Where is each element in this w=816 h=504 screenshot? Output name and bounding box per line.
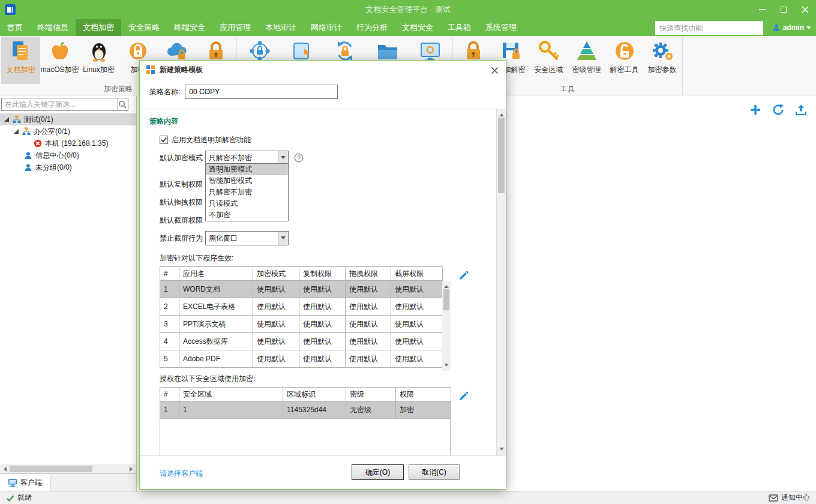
edit-security-zone-button[interactable] <box>458 389 469 400</box>
penguin-icon <box>86 38 112 64</box>
monitor-icon <box>8 478 17 487</box>
cell: 使用默认 <box>391 316 443 333</box>
tab-doc-encrypt[interactable]: 文档加密 <box>76 19 121 36</box>
table-scrollbar[interactable] <box>442 281 451 371</box>
dropdown-option[interactable]: 不加密 <box>206 209 288 221</box>
table-row[interactable]: 5Adobe PDF使用默认使用默认使用默认使用默认 <box>160 350 443 368</box>
tree-filter-input[interactable] <box>2 100 117 109</box>
ok-button[interactable]: 确定(O) <box>352 464 404 480</box>
tab-app-management[interactable]: 应用管理 <box>212 19 258 36</box>
tree-item-info-center[interactable]: 信息中心(0/0) <box>0 149 136 161</box>
tab-security-policy[interactable]: 安全策略 <box>121 19 167 36</box>
tree-item-localhost[interactable]: 本机 (192.168.1.35) <box>0 137 136 149</box>
dialog-scrollbar[interactable] <box>496 109 506 455</box>
users-icon <box>24 163 32 172</box>
cell: 1 <box>179 401 283 419</box>
tab-toolbox[interactable]: 工具箱 <box>440 19 478 36</box>
cell: 使用默认 <box>299 316 346 333</box>
maximize-button[interactable] <box>773 0 794 19</box>
scroll-up-arrow[interactable] <box>444 283 449 288</box>
tab-home[interactable]: 首页 <box>0 19 30 36</box>
tab-system-management[interactable]: 系统管理 <box>478 19 524 36</box>
cell: Access数据库 <box>179 333 253 350</box>
col-appname: 应用名 <box>179 267 253 281</box>
refresh-button[interactable] <box>772 103 785 116</box>
cell: 使用默认 <box>253 298 299 316</box>
select-client-link[interactable]: 请选择客户端 <box>160 469 203 479</box>
refresh-icon <box>772 103 785 116</box>
upload-button[interactable] <box>794 103 808 116</box>
table-row[interactable]: 2EXCEL电子表格使用默认使用默认使用默认使用默认 <box>160 298 443 316</box>
scroll-left-arrow[interactable] <box>0 464 9 473</box>
edit-app-rules-button[interactable] <box>458 269 469 280</box>
search-icon[interactable] <box>117 98 128 110</box>
dialog-title: 新建策略模板 <box>160 65 203 75</box>
scroll-down-arrow[interactable] <box>444 364 449 369</box>
horizontal-scrollbar[interactable] <box>0 464 136 473</box>
add-policy-button[interactable] <box>749 103 762 116</box>
cell: 1 <box>160 401 179 419</box>
scrollbar-thumb[interactable] <box>10 466 92 472</box>
forbid-screenshot-combo[interactable]: 黑化窗口 <box>205 231 289 245</box>
ribbon-encrypt-params[interactable]: 加密参数 <box>643 37 681 84</box>
user-menu[interactable]: admin <box>772 19 811 36</box>
combo-dropdown-button[interactable] <box>278 232 288 245</box>
check-icon <box>160 136 167 143</box>
quick-search-input[interactable] <box>655 21 763 35</box>
window-title: 文档安全管理平台 - 测试 <box>0 4 816 15</box>
dialog-close-button[interactable] <box>489 65 500 76</box>
tab-local-audit[interactable]: 本地审计 <box>258 19 304 36</box>
tree-filter <box>1 98 128 111</box>
dropdown-option[interactable]: 只解密不加密 <box>206 187 288 198</box>
minimize-button[interactable] <box>751 0 773 19</box>
ribbon-macos-encrypt[interactable]: macOS加密 <box>40 37 79 84</box>
expand-arrow-icon[interactable] <box>4 117 9 122</box>
tree-item-office[interactable]: 办公室(0/1) <box>0 125 136 137</box>
dialog-icon <box>146 65 155 74</box>
scroll-right-arrow[interactable] <box>127 464 136 473</box>
tree-item-ungrouped[interactable]: 未分组(0/0) <box>0 161 136 173</box>
ribbon-item-label: 解密工具 <box>610 65 639 75</box>
scroll-down-arrow[interactable] <box>499 448 504 453</box>
col-encrypt-mode: 加密模式 <box>253 267 299 281</box>
tab-network-audit[interactable]: 网络审计 <box>304 19 349 36</box>
table-row[interactable]: 4Access数据库使用默认使用默认使用默认使用默认 <box>160 333 443 350</box>
ribbon-security-zone[interactable]: 安全区域 <box>530 37 568 84</box>
ribbon-item-label: 文档加密 <box>7 65 35 75</box>
encrypt-mode-label: 默认加密模式 <box>160 153 205 163</box>
ribbon-classification[interactable]: 密级管理 <box>568 37 605 84</box>
help-icon[interactable]: ? <box>294 153 304 163</box>
scrollbar-thumb[interactable] <box>498 118 505 193</box>
tab-clients[interactable]: 客户端 <box>0 474 50 491</box>
close-button[interactable] <box>794 0 816 19</box>
dialog-titlebar: 新建策略模板 <box>140 61 506 79</box>
combo-dropdown-button[interactable] <box>278 151 288 164</box>
tab-terminal-security[interactable]: 终端安全 <box>167 19 212 36</box>
cell: 使用默认 <box>253 316 299 333</box>
scroll-up-arrow[interactable] <box>499 111 504 116</box>
ribbon-decrypt-tool[interactable]: 解密工具 <box>605 37 643 84</box>
security-zone-table-block: # 安全区域 区域标识 密级 权限 111145325d44无密级加密 <box>160 387 451 455</box>
transparent-encrypt-checkbox[interactable] <box>160 136 168 144</box>
table-row[interactable]: 1WORD文档使用默认使用默认使用默认使用默认 <box>160 281 443 298</box>
tree-item-test[interactable]: 测试(0/1) <box>0 113 136 125</box>
dropdown-option[interactable]: 只读模式 <box>206 198 288 209</box>
cancel-button[interactable]: 取消(C) <box>409 464 460 480</box>
ribbon-linux-encrypt[interactable]: Linux加密 <box>79 37 118 84</box>
notification-center[interactable]: 通知中心 <box>769 493 810 503</box>
tab-doc-security[interactable]: 文档安全 <box>395 19 440 36</box>
cell: 使用默认 <box>299 333 346 350</box>
table-row[interactable]: 3PPT演示文稿使用默认使用默认使用默认使用默认 <box>160 316 443 333</box>
tab-behavior-analysis[interactable]: 行为分析 <box>349 19 395 36</box>
table-header-row: # 安全区域 区域标识 密级 权限 <box>160 388 451 401</box>
policy-name-input[interactable] <box>185 85 338 99</box>
dropdown-option[interactable]: 透明加密模式 <box>206 164 288 175</box>
ribbon-doc-encrypt[interactable]: 文档加密 <box>1 37 40 84</box>
scrollbar-thumb[interactable] <box>443 289 449 310</box>
dropdown-option[interactable]: 智能加密模式 <box>206 175 288 187</box>
tab-terminal-info[interactable]: 终端信息 <box>30 19 76 36</box>
cell: 使用默认 <box>299 298 346 316</box>
user-icon <box>772 23 781 32</box>
table-row[interactable]: 111145325d44无密级加密 <box>160 401 451 419</box>
expand-arrow-icon[interactable] <box>14 129 19 134</box>
